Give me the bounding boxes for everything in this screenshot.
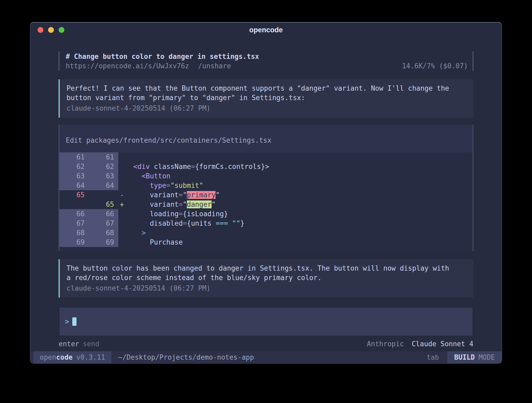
text-cursor <box>72 317 76 326</box>
code-segment: > <box>142 229 146 237</box>
diff-row: 6767 disabled={units === ""} <box>59 219 473 228</box>
diff-marker <box>118 162 125 171</box>
prompt-symbol: > <box>65 318 69 326</box>
close-button[interactable] <box>38 27 43 33</box>
status-bar: opencode v0.3.11 ~/Desktop/Projects/demo… <box>30 351 502 363</box>
code-segment <box>125 182 150 189</box>
code-segment: = <box>166 182 171 189</box>
code-segment: " <box>216 191 220 199</box>
code-line: <div className={formCs.controls}> <box>125 162 473 171</box>
code-segment: <Button <box>142 172 171 180</box>
model-name: Claude Sonnet 4 <box>412 340 473 348</box>
code-segment: = <box>191 163 195 170</box>
code-segment: } <box>240 219 244 227</box>
old-line-number: 65 <box>59 190 89 200</box>
code-segment <box>150 163 154 170</box>
diff-row: 6464 type="submit" <box>59 181 473 190</box>
diff-row: 65+ variant="danger" <box>59 200 473 209</box>
old-line-number: 61 <box>59 152 89 162</box>
new-line-number: 69 <box>89 237 118 247</box>
code-segment <box>125 238 150 246</box>
session-title: # Change button color to danger in setti… <box>66 52 259 61</box>
code-segment <box>125 210 150 218</box>
code-segment: loading <box>150 210 179 218</box>
new-line-number: 64 <box>89 181 118 190</box>
new-line-number <box>89 190 118 200</box>
diff-row: 6666 loading={isLoading} <box>59 209 473 219</box>
prompt-input[interactable]: > <box>59 308 473 335</box>
code-segment <box>125 191 150 199</box>
mode-label: MODE <box>478 353 495 361</box>
message-text: Perfect! I can see that the Button compo… <box>66 84 453 102</box>
assistant-message: Perfect! I can see that the Button compo… <box>59 79 473 118</box>
diff-marker <box>118 237 125 247</box>
tab-key-hint[interactable]: tab <box>427 351 446 363</box>
code-segment: === <box>216 219 228 227</box>
edit-tool-block: Edit packages/frontend/src/containers/Se… <box>59 125 473 251</box>
unshare-command[interactable]: /unshare <box>198 61 231 71</box>
message-text: The button color has been changed to dan… <box>66 264 453 282</box>
code-segment: Purchase <box>150 238 183 246</box>
code-segment: variant <box>150 191 179 199</box>
code-segment: = <box>179 210 183 218</box>
edit-file-title: Edit packages/frontend/src/containers/Se… <box>59 125 473 152</box>
diff-rows: 61616262 <div className={formCs.controls… <box>59 152 473 251</box>
code-line: variant="primary" <box>125 190 473 200</box>
provider-name: Anthropic <box>367 340 404 348</box>
old-line-number: 66 <box>59 209 89 219</box>
window-title: opencode <box>249 26 283 34</box>
code-segment: primary <box>187 191 216 199</box>
code-segment <box>125 163 133 170</box>
old-line-number: 68 <box>59 228 89 237</box>
traffic-lights <box>38 23 64 37</box>
zoom-button[interactable] <box>59 27 64 33</box>
titlebar: opencode <box>30 23 502 37</box>
code-segment <box>125 219 150 227</box>
code-line: variant="danger" <box>125 200 473 209</box>
code-segment: = <box>183 219 187 227</box>
mode-chip: BUILD MODE <box>447 351 502 363</box>
diff-marker <box>118 209 125 219</box>
new-line-number: 61 <box>89 152 118 162</box>
diff-marker <box>118 228 125 237</box>
code-segment: " <box>183 200 187 208</box>
keybind-hints: enter send Anthropic Claude Sonnet 4 <box>59 339 473 349</box>
code-segment <box>125 229 142 237</box>
code-line: type="submit" <box>125 181 473 190</box>
send-action-hint: send <box>83 339 99 349</box>
code-segment: variant <box>150 200 179 208</box>
diff-row: 6262 <div className={formCs.controls}> <box>59 162 473 171</box>
diff-marker <box>118 171 125 181</box>
code-segment: = <box>179 191 183 199</box>
new-line-number: 62 <box>89 162 118 171</box>
opencode-window: opencode # Change button color to danger… <box>30 22 502 364</box>
code-segment: " <box>212 200 216 208</box>
code-segment <box>228 219 232 227</box>
code-segment: "" <box>232 219 240 227</box>
new-line-number: 63 <box>89 171 118 181</box>
app-name-open: open <box>40 353 56 361</box>
app-name-code: code <box>56 353 73 361</box>
code-line: > <box>125 228 473 237</box>
share-url-link[interactable]: https://opencode.ai/s/UwJxv76z <box>66 61 189 71</box>
diff-row: 6363 <Button <box>59 171 473 181</box>
diff-row: 65- variant="primary" <box>59 190 473 200</box>
code-segment <box>125 200 150 208</box>
model-indicator: Anthropic Claude Sonnet 4 <box>367 339 473 349</box>
minimize-button[interactable] <box>48 27 54 33</box>
old-line-number: 62 <box>59 162 89 171</box>
code-segment: "submit" <box>170 182 203 189</box>
assistant-message: The button color has been changed to dan… <box>59 259 473 298</box>
code-segment: disabled <box>150 219 183 227</box>
old-line-number <box>59 200 89 209</box>
message-meta: claude-sonnet-4-20250514 (06:27 PM) <box>66 283 453 293</box>
code-segment: = <box>179 200 183 208</box>
diff-marker <box>118 181 125 190</box>
old-line-number: 64 <box>59 181 89 190</box>
new-line-number: 68 <box>89 228 118 237</box>
code-segment: {isLoading} <box>183 210 228 218</box>
code-line: loading={isLoading} <box>125 209 473 219</box>
old-line-number: 67 <box>59 219 89 228</box>
working-directory: ~/Desktop/Projects/demo-notes-app <box>118 351 254 363</box>
token-usage: 14.6K/7% ($0.07) <box>402 61 468 71</box>
